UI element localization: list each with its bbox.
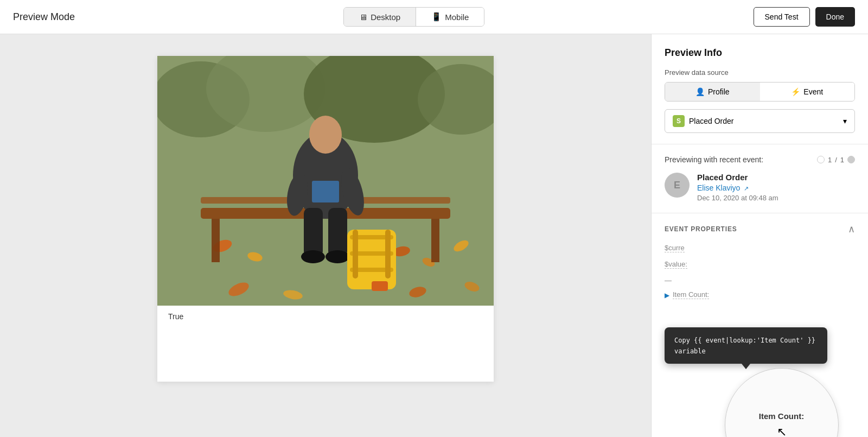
email-photo-svg — [157, 56, 494, 306]
prop-key-item-count[interactable]: Item Count: — [673, 290, 709, 299]
prop-key-dash: — — [665, 276, 672, 284]
email-preview: True — [157, 56, 494, 382]
email-image — [157, 56, 494, 306]
event-card: E Placed Order Elise Klaviyo ↗ Dec 10, 2… — [665, 173, 855, 202]
props-title: EVENT PROPERTIES — [665, 225, 737, 233]
zoom-item-count-label: Item Count: — [759, 411, 804, 421]
source-label: Preview data source — [665, 68, 855, 77]
event-dropdown[interactable]: S Placed Order ▾ — [665, 109, 855, 133]
zoom-circle: Item Count: ↖ — [725, 368, 839, 437]
svg-rect-17 — [328, 208, 347, 257]
desktop-icon: 🖥 — [359, 12, 367, 22]
svg-point-19 — [326, 250, 349, 263]
content-area: True — [0, 34, 651, 437]
collapse-icon[interactable]: ∧ — [848, 223, 855, 235]
tab-desktop[interactable]: 🖥 Desktop — [344, 8, 416, 26]
mobile-icon: 📱 — [431, 12, 442, 22]
pagination-current: 1 — [828, 156, 832, 164]
prop-row-value: $value: — [665, 259, 855, 270]
expand-arrow-icon[interactable]: ▶ — [665, 292, 669, 299]
pagination-total: 1 — [840, 156, 844, 164]
svg-rect-16 — [304, 208, 323, 257]
nav-next-button[interactable] — [847, 156, 855, 163]
preview-mode-label: Preview Mode — [13, 11, 75, 23]
cursor-icon: ↖ — [777, 425, 787, 438]
prop-row-item-count: ▶ Item Count: — [665, 290, 855, 300]
svg-rect-28 — [385, 230, 391, 278]
source-event-button[interactable]: ⚡ Event — [760, 83, 855, 101]
nav-prev-button[interactable] — [817, 156, 825, 163]
source-toggle: 👤 Profile ⚡ Event — [665, 82, 855, 102]
svg-rect-27 — [353, 230, 358, 278]
chevron-down-icon: ▾ — [843, 117, 847, 125]
right-panel: Preview Info Preview data source 👤 Profi… — [651, 34, 868, 437]
svg-point-15 — [309, 116, 342, 154]
svg-rect-29 — [372, 281, 388, 291]
svg-rect-12 — [431, 219, 439, 262]
prop-row-currency: $curre — [665, 243, 855, 254]
previewing-label: Previewing with recent event: — [665, 155, 763, 164]
event-user-link[interactable]: Elise Klaviyo ↗ — [697, 183, 778, 192]
event-icon: ⚡ — [791, 87, 800, 96]
prop-key-value[interactable]: $value: — [665, 260, 687, 269]
event-properties-section: EVENT PROPERTIES ∧ $curre $value: — ▶ It… — [652, 213, 868, 437]
svg-point-18 — [301, 250, 325, 263]
tooltip-arrow — [742, 364, 750, 369]
shopify-icon: S — [673, 115, 685, 127]
email-true-text: True — [157, 306, 494, 327]
source-profile-button[interactable]: 👤 Profile — [665, 83, 760, 101]
view-mode-tabs: 🖥 Desktop 📱 Mobile — [343, 7, 484, 27]
profile-icon: 👤 — [695, 87, 705, 96]
svg-rect-20 — [312, 181, 339, 202]
tooltip-bubble: Copy {{ event|lookup:'Item Count' }} var… — [665, 327, 827, 364]
avatar: E — [665, 173, 690, 198]
preview-info-section: Preview Info Preview data source 👤 Profi… — [652, 34, 868, 144]
prop-row-dash: — — [665, 275, 855, 285]
prop-key-currency[interactable]: $curre — [665, 244, 685, 252]
event-name: Placed Order — [697, 173, 778, 182]
external-link-icon: ↗ — [744, 185, 749, 192]
svg-rect-11 — [212, 219, 220, 262]
previewing-section: Previewing with recent event: 1 / 1 E Pl… — [652, 144, 868, 213]
tooltip-text: Copy {{ event|lookup:'Item Count' }} var… — [674, 337, 815, 355]
tab-mobile[interactable]: 📱 Mobile — [416, 8, 484, 26]
topbar-actions: Send Test Done — [754, 7, 855, 27]
event-nav: 1 / 1 — [817, 156, 855, 164]
panel-title: Preview Info — [665, 47, 855, 59]
send-test-button[interactable]: Send Test — [754, 7, 810, 27]
event-date: Dec 10, 2020 at 09:48 am — [697, 194, 778, 202]
tooltip-area: Copy {{ event|lookup:'Item Count' }} var… — [665, 327, 855, 437]
done-button[interactable]: Done — [815, 7, 855, 27]
